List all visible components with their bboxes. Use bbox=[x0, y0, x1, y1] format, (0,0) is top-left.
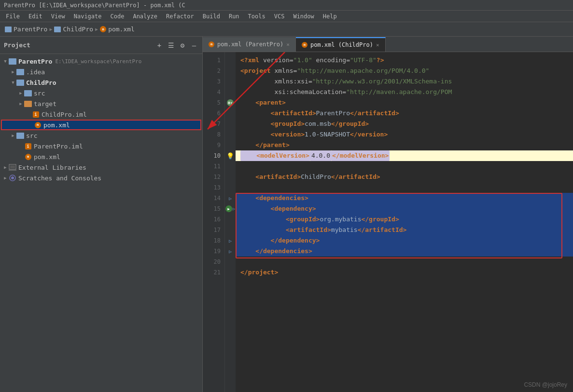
tree-label-childpro-iml: ChildPro.iml bbox=[42, 111, 87, 118]
settings-icon[interactable]: ⚙ bbox=[178, 41, 187, 50]
code-line-5[interactable]: <parent> bbox=[236, 97, 573, 108]
ln-18: 18 bbox=[203, 235, 224, 246]
tab-parent-pom[interactable]: m pom.xml (ParentPro) × bbox=[203, 37, 296, 52]
gutter-1 bbox=[225, 55, 236, 66]
menu-run[interactable]: Run bbox=[225, 12, 243, 21]
code-line-3[interactable]: xmlns:xsi="http://www.w3.org/2001/XMLSch… bbox=[236, 76, 573, 87]
code-l7-3: </groupId> bbox=[331, 119, 369, 129]
code-line-6[interactable]: <artifactId>ParentPro</artifactId> bbox=[236, 108, 573, 119]
code-content[interactable]: <?xml version="1.0" encoding="UTF-8"?> <… bbox=[236, 52, 573, 392]
tab-child-pom[interactable]: m pom.xml (ChildPro) × bbox=[296, 37, 386, 52]
tree-item-pom-child[interactable]: m pom.xml bbox=[1, 120, 201, 130]
code-l15-1: <dependency> bbox=[240, 203, 316, 214]
code-l3-1: xmlns:xsi= bbox=[240, 76, 312, 87]
menu-file[interactable]: File bbox=[2, 12, 24, 21]
tree-item-src-parent[interactable]: src bbox=[0, 130, 202, 141]
code-l6-1: <artifactId> bbox=[240, 108, 316, 119]
tab-child-pom-label: pom.xml (ChildPro) bbox=[310, 41, 373, 48]
code-line-4[interactable]: xsi:schemaLocation="http://maven.apache.… bbox=[236, 87, 573, 97]
tree-item-idea[interactable]: .idea bbox=[0, 67, 202, 77]
gutter-18[interactable]: ▷ bbox=[225, 235, 236, 246]
gutter-m-icon-5: m↑ bbox=[227, 99, 234, 106]
sidebar-title: Project bbox=[4, 41, 151, 49]
code-line-21[interactable]: </project> bbox=[236, 267, 573, 278]
code-line-2[interactable]: <project xmlns="http://maven.apache.org/… bbox=[236, 66, 573, 76]
menu-code[interactable]: Code bbox=[107, 12, 128, 21]
code-line-12[interactable]: <artifactId>ChildPro</artifactId> bbox=[236, 172, 573, 182]
code-line-9[interactable]: </parent> bbox=[236, 140, 573, 150]
gutter-19[interactable]: ▷ bbox=[225, 246, 236, 257]
menu-view[interactable]: View bbox=[47, 12, 69, 21]
expand-arrow-idea[interactable] bbox=[10, 68, 16, 75]
sidebar-actions: + ☰ ⚙ – bbox=[155, 41, 198, 50]
code-line-15[interactable]: <dependency> bbox=[236, 203, 573, 214]
tab-parent-pom-close[interactable]: × bbox=[286, 41, 290, 48]
expand-arrow-target[interactable] bbox=[17, 100, 24, 107]
run-icon-15[interactable]: ▶ bbox=[225, 205, 232, 212]
watermark: CSDN @jojoRey bbox=[524, 381, 567, 388]
tree-label-src-child: src bbox=[34, 90, 45, 97]
expand-arrow-extlib[interactable] bbox=[2, 164, 9, 171]
code-l8-3: </version> bbox=[350, 129, 388, 140]
menu-edit[interactable]: Edit bbox=[25, 12, 46, 21]
gutter-5[interactable]: m↑ bbox=[225, 97, 236, 108]
gutter-10[interactable]: 💡 bbox=[225, 150, 236, 161]
menu-refactor[interactable]: Refactor bbox=[162, 12, 198, 21]
tree-item-external-libraries[interactable]: External Libraries bbox=[0, 162, 202, 173]
menu-help[interactable]: Help bbox=[319, 12, 341, 21]
menu-build[interactable]: Build bbox=[199, 12, 224, 21]
code-line-1[interactable]: <?xml version="1.0" encoding="UTF-8"?> bbox=[236, 55, 573, 66]
line-numbers: 1 2 3 4 5 6 7 8 9 10 11 12 13 14 15 16 1… bbox=[203, 52, 225, 392]
code-l19-1: </dependencies> bbox=[240, 246, 312, 257]
collapse-button[interactable]: – bbox=[190, 41, 198, 50]
code-line-16[interactable]: <groupId>org.mybatis</groupId> bbox=[236, 214, 573, 225]
code-l7-2: com.msb bbox=[305, 119, 331, 129]
breadcrumb-pomxml[interactable]: m pom.xml bbox=[100, 26, 135, 33]
tree-item-scratches[interactable]: Scratches and Consoles bbox=[0, 173, 202, 183]
breadcrumb-parentpro[interactable]: ParentPro bbox=[5, 26, 47, 33]
expand-arrow-src-parent[interactable] bbox=[10, 132, 16, 139]
expand-arrow-childpro[interactable] bbox=[10, 79, 16, 86]
tree-item-src-child[interactable]: src bbox=[0, 88, 202, 98]
code-editor[interactable]: 1 2 3 4 5 6 7 8 9 10 11 12 13 14 15 16 1… bbox=[203, 52, 573, 392]
code-line-7[interactable]: <groupId>com.msb</groupId> bbox=[236, 119, 573, 129]
project-tree[interactable]: ParentPro E:\IDEA_workspace\ParentPro .i… bbox=[0, 54, 202, 392]
gutter-2 bbox=[225, 66, 236, 76]
tree-item-target[interactable]: target bbox=[0, 98, 202, 109]
gutter-6 bbox=[225, 108, 236, 119]
code-line-18[interactable]: </dependency> bbox=[236, 235, 573, 246]
ln-2: 2 bbox=[203, 66, 224, 76]
menu-tools[interactable]: Tools bbox=[244, 12, 269, 21]
breadcrumb-childpro[interactable]: ChildPro bbox=[54, 26, 93, 33]
menu-window[interactable]: Window bbox=[289, 12, 318, 21]
code-line-14[interactable]: <dependencies> bbox=[236, 193, 573, 203]
gutter-14[interactable]: ▷ bbox=[225, 193, 236, 203]
expand-arrow-src-child[interactable] bbox=[17, 90, 24, 96]
tree-item-parentpro[interactable]: ParentPro E:\IDEA_workspace\ParentPro bbox=[0, 56, 202, 67]
tree-item-childpro[interactable]: ChildPro bbox=[0, 77, 202, 88]
ln-14: 14 bbox=[203, 193, 224, 203]
expand-arrow-scratches[interactable] bbox=[2, 175, 9, 181]
tab-bar: m pom.xml (ParentPro) × m pom.xml (Child… bbox=[203, 37, 573, 52]
expand-arrow-parentpro[interactable] bbox=[2, 58, 9, 65]
code-line-19[interactable]: </dependencies> bbox=[236, 246, 573, 257]
gutter-chevron-15[interactable]: ▷ bbox=[233, 206, 235, 211]
bulb-icon[interactable]: 💡 bbox=[226, 152, 234, 160]
menu-analyze[interactable]: Analyze bbox=[129, 12, 161, 21]
code-line-8[interactable]: <version>1.0-SNAPSHOT</version> bbox=[236, 129, 573, 140]
code-line-17[interactable]: <artifactId>mybatis</artifactId> bbox=[236, 225, 573, 235]
menu-navigate[interactable]: Navigate bbox=[70, 12, 106, 21]
gutter-15[interactable]: ▶ ▷ bbox=[225, 203, 236, 214]
menu-vcs[interactable]: VCS bbox=[270, 12, 289, 21]
tab-child-pom-close[interactable]: × bbox=[376, 42, 379, 48]
code-l12-1: <artifactId> bbox=[240, 172, 301, 182]
tree-item-childpro-iml[interactable]: i ChildPro.iml bbox=[0, 109, 202, 120]
tree-item-pom-parent[interactable]: m pom.xml bbox=[0, 151, 202, 162]
add-button[interactable]: + bbox=[155, 41, 164, 50]
tree-item-parentpro-iml[interactable]: i ParentPro.iml bbox=[0, 141, 202, 151]
breadcrumb-sep-2: ▶ bbox=[95, 27, 98, 32]
maven-icon-pom-child: m bbox=[34, 122, 42, 128]
layout-button[interactable]: ☰ bbox=[167, 41, 175, 50]
code-line-10[interactable]: <modelVersion>4.0.0</modelVersion> bbox=[236, 150, 573, 161]
ln-6: 6 bbox=[203, 108, 224, 119]
